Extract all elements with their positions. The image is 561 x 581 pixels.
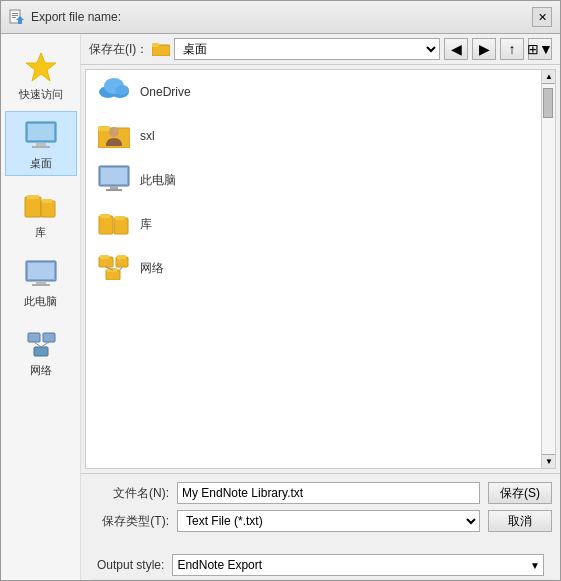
list-item[interactable]: sxl <box>86 114 541 158</box>
svg-rect-39 <box>115 216 125 220</box>
export-icon <box>9 9 25 25</box>
desktop-icon <box>21 116 61 156</box>
svg-rect-15 <box>28 263 54 279</box>
svg-rect-7 <box>28 124 54 140</box>
filetype-label: 保存类型(T): <box>89 513 169 530</box>
file-name-computer: 此电脑 <box>140 172 176 189</box>
export-dialog: Export file name: ✕ 快速访问 <box>0 0 561 581</box>
output-style-area: Output style: EndNote Export ▼ Select An… <box>81 546 560 580</box>
dialog-title: Export file name: <box>31 10 121 24</box>
svg-rect-24 <box>152 43 159 47</box>
svg-rect-13 <box>42 199 52 203</box>
svg-line-22 <box>41 342 49 347</box>
output-style-select[interactable]: EndNote Export <box>172 554 544 576</box>
svg-point-28 <box>115 85 129 95</box>
dialog-body: 快速访问 桌面 <box>1 34 560 580</box>
star-icon <box>21 47 61 87</box>
network-icon <box>21 323 61 363</box>
toolbar: 保存在(I)： 桌面 ◀ ▶ ↑ ⊞▼ <box>81 34 560 65</box>
svg-rect-35 <box>106 189 122 191</box>
svg-rect-3 <box>12 17 16 18</box>
up-button[interactable]: ↑ <box>500 38 524 60</box>
cancel-button[interactable]: 取消 <box>488 510 552 532</box>
filename-input[interactable] <box>177 482 480 504</box>
svg-rect-20 <box>34 347 48 356</box>
forward-button[interactable]: ▶ <box>472 38 496 60</box>
bottom-form: 文件名(N): 保存(S) 保存类型(T): Text File (*.txt)… <box>81 473 560 546</box>
back-button[interactable]: ◀ <box>444 38 468 60</box>
svg-rect-8 <box>36 143 46 146</box>
sidebar-label-quick-access: 快速访问 <box>19 87 63 102</box>
svg-rect-10 <box>25 197 41 217</box>
list-item[interactable]: OneDrive <box>86 70 541 114</box>
close-button[interactable]: ✕ <box>532 7 552 27</box>
sidebar-label-network: 网络 <box>30 363 52 378</box>
sidebar: 快速访问 桌面 <box>1 34 81 580</box>
folder-toolbar-icon <box>152 42 170 56</box>
scroll-track <box>542 84 555 454</box>
scroll-down-button[interactable]: ▼ <box>542 454 556 468</box>
sidebar-label-desktop: 桌面 <box>30 156 52 171</box>
sidebar-item-quick-access[interactable]: 快速访问 <box>5 42 77 107</box>
file-area: OneDrive sxl <box>85 69 556 469</box>
svg-line-21 <box>34 342 41 347</box>
main-area: 保存在(I)： 桌面 ◀ ▶ ↑ ⊞▼ <box>81 34 560 580</box>
svg-rect-30 <box>98 126 110 131</box>
svg-rect-38 <box>114 218 128 234</box>
output-style-wrapper: EndNote Export ▼ <box>172 554 544 576</box>
svg-rect-1 <box>12 13 18 14</box>
view-options-button[interactable]: ⊞▼ <box>528 38 552 60</box>
svg-rect-34 <box>110 186 118 189</box>
list-item[interactable]: 库 <box>86 202 541 246</box>
file-name-sxl: sxl <box>140 129 155 143</box>
library-icon <box>21 185 61 225</box>
filename-row: 文件名(N): 保存(S) <box>89 482 552 504</box>
svg-rect-12 <box>41 201 55 217</box>
network-folder-icon <box>98 252 130 284</box>
library-folder-icon <box>98 208 130 240</box>
output-style-row: Output style: EndNote Export ▼ <box>89 550 552 580</box>
svg-rect-17 <box>32 284 50 286</box>
save-in-select[interactable]: 桌面 <box>174 38 440 60</box>
svg-rect-2 <box>12 15 18 16</box>
sidebar-item-computer[interactable]: 此电脑 <box>5 249 77 314</box>
file-name-library: 库 <box>140 216 152 233</box>
svg-rect-33 <box>101 168 127 184</box>
svg-rect-18 <box>28 333 40 342</box>
onedrive-icon <box>98 76 130 108</box>
svg-rect-16 <box>36 281 46 284</box>
filename-label: 文件名(N): <box>89 485 169 502</box>
sidebar-item-desktop[interactable]: 桌面 <box>5 111 77 176</box>
save-in-label: 保存在(I)： <box>89 41 148 58</box>
scrollbar: ▲ ▼ <box>541 70 555 468</box>
svg-rect-19 <box>43 333 55 342</box>
svg-rect-36 <box>99 216 113 234</box>
user-folder-icon <box>98 120 130 152</box>
title-bar: Export file name: ✕ <box>1 1 560 34</box>
title-bar-left: Export file name: <box>9 9 121 25</box>
svg-rect-11 <box>27 195 39 199</box>
list-item[interactable]: 网络 <box>86 246 541 290</box>
svg-rect-37 <box>100 214 110 218</box>
sidebar-label-computer: 此电脑 <box>24 294 57 309</box>
svg-rect-41 <box>100 255 109 259</box>
sidebar-label-library: 库 <box>35 225 46 240</box>
save-button[interactable]: 保存(S) <box>488 482 552 504</box>
file-list: OneDrive sxl <box>86 70 541 468</box>
filetype-select[interactable]: Text File (*.txt) <box>177 510 480 532</box>
scroll-up-button[interactable]: ▲ <box>542 70 556 84</box>
svg-marker-5 <box>26 53 56 81</box>
sidebar-item-network[interactable]: 网络 <box>5 318 77 383</box>
file-name-onedrive: OneDrive <box>140 85 191 99</box>
output-style-label: Output style: <box>97 558 164 572</box>
svg-rect-43 <box>117 255 126 259</box>
filetype-row: 保存类型(T): Text File (*.txt) 取消 <box>89 510 552 532</box>
file-name-network: 网络 <box>140 260 164 277</box>
this-computer-icon <box>98 164 130 196</box>
scroll-thumb[interactable] <box>543 88 553 118</box>
list-item[interactable]: 此电脑 <box>86 158 541 202</box>
svg-rect-9 <box>32 146 50 148</box>
computer-icon <box>21 254 61 294</box>
sidebar-item-library[interactable]: 库 <box>5 180 77 245</box>
svg-point-31 <box>109 127 119 137</box>
